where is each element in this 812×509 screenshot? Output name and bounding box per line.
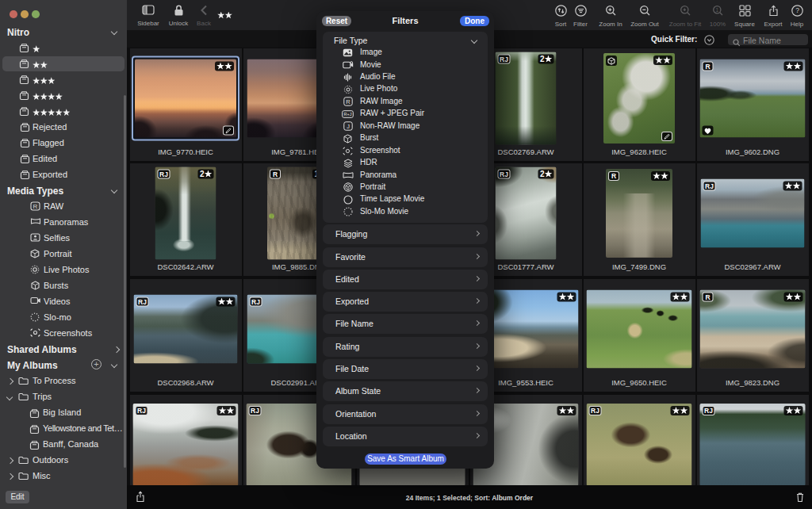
svg-text:R: R <box>33 203 38 210</box>
svg-text:?: ? <box>795 6 799 14</box>
svg-text:1: 1 <box>715 7 718 13</box>
svg-text:J: J <box>347 123 350 130</box>
svg-text:R: R <box>346 98 350 105</box>
svg-text:R+J: R+J <box>344 112 352 117</box>
